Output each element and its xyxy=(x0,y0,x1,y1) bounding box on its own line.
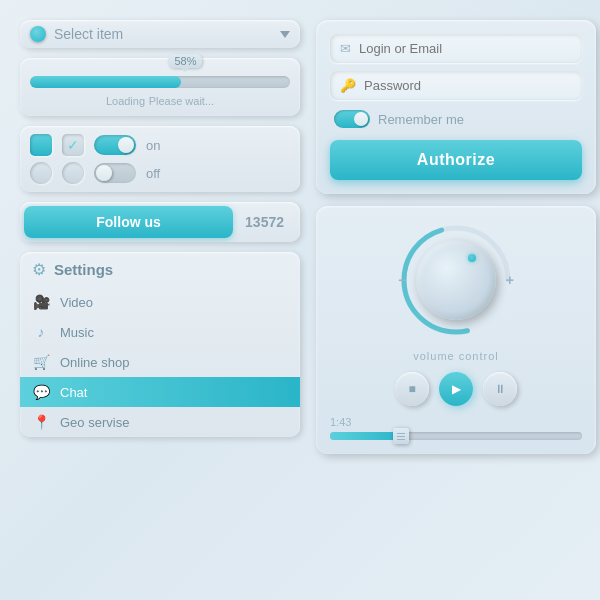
menu-item-chat-label: Chat xyxy=(60,385,87,400)
chat-icon: 💬 xyxy=(32,384,50,400)
media-controls: ■ ▶ ⏸ xyxy=(395,372,517,406)
time-slider-thumb[interactable] xyxy=(393,428,409,444)
geo-icon: 📍 xyxy=(32,414,50,430)
lock-icon: 🔑 xyxy=(340,78,356,93)
menu-item-shop-label: Online shop xyxy=(60,355,129,370)
thumb-line-1 xyxy=(397,433,405,434)
toggles-panel: ✓ on off xyxy=(20,126,300,192)
follow-count: 13572 xyxy=(233,208,296,236)
menu-item-geo-label: Geo servise xyxy=(60,415,129,430)
volume-minus-icon[interactable]: − xyxy=(398,272,406,288)
toggle-on-label: on xyxy=(146,138,160,153)
thumb-line-3 xyxy=(397,439,405,440)
stop-icon: ■ xyxy=(408,382,415,396)
progress-panel: 58% Loading Please wait... xyxy=(20,58,300,116)
music-icon: ♪ xyxy=(32,324,50,340)
toggle-off[interactable] xyxy=(94,163,136,183)
toggle-off-label: off xyxy=(146,166,160,181)
toggle-on-thumb xyxy=(118,137,134,153)
settings-panel: ⚙ Settings 🎥 Video ♪ Music 🛒 Online shop… xyxy=(20,252,300,437)
left-column: Select item 58% Loading Please wait... ✓ xyxy=(20,20,300,580)
authorize-button[interactable]: Authorize xyxy=(330,140,582,180)
radio-row: off xyxy=(30,162,290,184)
radio-1[interactable] xyxy=(30,162,52,184)
knob-dot-indicator xyxy=(468,254,476,262)
play-icon: ▶ xyxy=(452,382,461,396)
play-button[interactable]: ▶ xyxy=(439,372,473,406)
remember-toggle[interactable] xyxy=(334,110,370,128)
gear-icon: ⚙ xyxy=(32,260,46,279)
volume-knob[interactable] xyxy=(416,240,496,320)
remember-thumb xyxy=(354,112,368,126)
volume-label: volume control xyxy=(413,350,499,362)
volume-knob-area: − + xyxy=(396,220,516,340)
right-column: ✉ 🔑 Remember me Authorize xyxy=(316,20,596,580)
toggle-off-thumb xyxy=(96,165,112,181)
toggle-on[interactable] xyxy=(94,135,136,155)
time-slider-fill xyxy=(330,432,401,440)
shop-icon: 🛒 xyxy=(32,354,50,370)
password-input-row[interactable]: 🔑 xyxy=(330,71,582,100)
settings-title: Settings xyxy=(54,261,113,278)
password-input[interactable] xyxy=(364,78,572,93)
checkbox-1[interactable] xyxy=(30,134,52,156)
email-input[interactable] xyxy=(359,41,572,56)
radio-2[interactable] xyxy=(62,162,84,184)
progress-bar-fill xyxy=(30,76,181,88)
time-slider[interactable] xyxy=(330,432,582,440)
volume-plus-icon[interactable]: + xyxy=(506,272,514,288)
login-panel: ✉ 🔑 Remember me Authorize xyxy=(316,20,596,194)
menu-item-music[interactable]: ♪ Music xyxy=(20,317,300,347)
checkbox-row-1: ✓ on xyxy=(30,134,290,156)
volume-panel: − + volume control ■ ▶ ⏸ 1:43 xyxy=(316,206,596,454)
video-icon: 🎥 xyxy=(32,294,50,310)
time-label: 1:43 xyxy=(330,416,582,428)
pause-button[interactable]: ⏸ xyxy=(483,372,517,406)
pause-icon: ⏸ xyxy=(494,382,506,396)
checkbox-2[interactable]: ✓ xyxy=(62,134,84,156)
email-input-row[interactable]: ✉ xyxy=(330,34,582,63)
settings-header: ⚙ Settings xyxy=(20,252,300,287)
select-dot-icon xyxy=(30,26,46,42)
menu-item-chat[interactable]: 💬 Chat xyxy=(20,377,300,407)
progress-bubble: 58% xyxy=(168,54,202,68)
menu-item-geo[interactable]: 📍 Geo servise xyxy=(20,407,300,437)
select-item-label: Select item xyxy=(54,26,272,42)
email-icon: ✉ xyxy=(340,41,351,56)
menu-item-music-label: Music xyxy=(60,325,94,340)
menu-item-video-label: Video xyxy=(60,295,93,310)
stop-button[interactable]: ■ xyxy=(395,372,429,406)
loading-text: Loading Please wait... xyxy=(30,93,290,108)
thumb-line-2 xyxy=(397,436,405,437)
menu-item-shop[interactable]: 🛒 Online shop xyxy=(20,347,300,377)
remember-label: Remember me xyxy=(378,112,464,127)
select-item-panel[interactable]: Select item xyxy=(20,20,300,48)
follow-us-button[interactable]: Follow us xyxy=(24,206,233,238)
time-slider-row: 1:43 xyxy=(330,416,582,440)
remember-me-row: Remember me xyxy=(330,108,582,130)
menu-item-video[interactable]: 🎥 Video xyxy=(20,287,300,317)
progress-bar-bg xyxy=(30,76,290,88)
dropdown-arrow-icon xyxy=(280,31,290,38)
follow-us-panel: Follow us 13572 xyxy=(20,202,300,242)
